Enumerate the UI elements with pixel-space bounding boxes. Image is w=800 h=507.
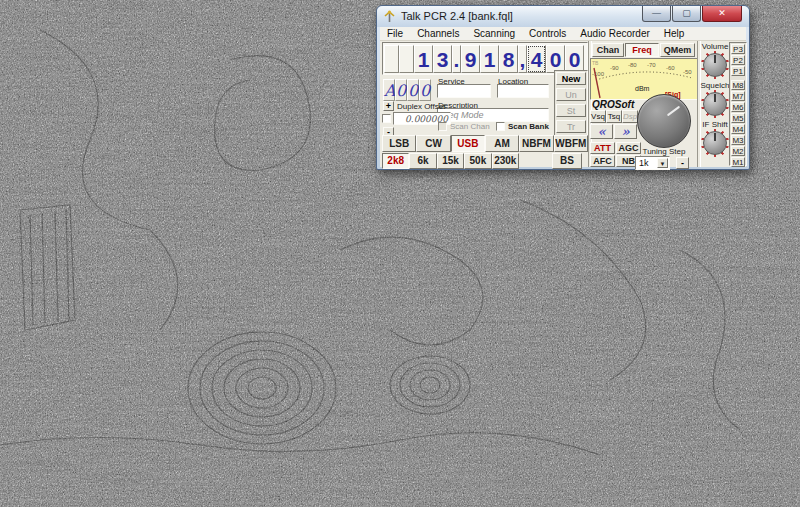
mode-am-button[interactable]: AM: [485, 135, 519, 152]
tab-qmem[interactable]: QMem: [660, 43, 695, 57]
meter-tick: -90: [610, 65, 619, 71]
memory-m1-button[interactable]: M1: [731, 157, 745, 167]
filter-2k8-button[interactable]: 2k8: [382, 153, 409, 169]
freq-digit[interactable]: 8: [499, 45, 518, 73]
meter-tick: -60: [666, 65, 675, 71]
tuning-knob[interactable]: [637, 94, 691, 148]
freq-digit[interactable]: [384, 45, 399, 73]
menu-file[interactable]: File: [380, 27, 410, 40]
memory-cell[interactable]: 0: [407, 79, 419, 101]
preset-p2-button[interactable]: P2: [731, 55, 745, 65]
preset-p3-button[interactable]: P3: [731, 44, 745, 54]
knob-indicator: [714, 55, 716, 63]
filter-15k-button[interactable]: 15k: [437, 153, 464, 169]
title-bar[interactable]: Talk PCR 2.4 [bank.fql] — ▢ ✕: [377, 6, 749, 27]
filter-50k-button[interactable]: 50k: [464, 153, 491, 169]
menu-channels[interactable]: Channels: [410, 27, 466, 40]
menu-bar: FileChannelsScanningControlsAudio Record…: [380, 27, 746, 41]
step-down-icon[interactable]: «: [590, 124, 613, 139]
if-shift-knob[interactable]: [701, 129, 729, 157]
tab-chan[interactable]: Chan: [592, 43, 624, 57]
meter-tick: -50: [683, 69, 692, 75]
minimize-icon[interactable]: —: [642, 6, 671, 22]
freq-separator: ,: [518, 45, 527, 73]
tsq-button[interactable]: Tsq: [606, 110, 622, 123]
menu-scanning[interactable]: Scanning: [466, 27, 522, 40]
service-input[interactable]: [437, 84, 491, 98]
dsp-button[interactable]: Dsp: [622, 110, 638, 123]
vsq-button[interactable]: Vsq: [590, 110, 606, 123]
close-icon[interactable]: ✕: [702, 6, 742, 22]
memory-m6-button[interactable]: M6: [731, 102, 745, 112]
memory-cell[interactable]: A: [383, 79, 395, 101]
menu-audio-recorder[interactable]: Audio Recorder: [573, 27, 656, 40]
filter-6k-button[interactable]: 6k: [409, 153, 436, 169]
duplex-checkbox[interactable]: [382, 114, 391, 123]
app-window: Talk PCR 2.4 [bank.fql] — ▢ ✕ FileChanne…: [376, 5, 750, 170]
memory-m7-button[interactable]: M7: [731, 91, 745, 101]
chevron-down-icon[interactable]: ▼: [657, 158, 668, 168]
freq-digit[interactable]: [399, 45, 414, 73]
memory-m4-button[interactable]: M4: [731, 124, 745, 134]
filter-230k-button[interactable]: 230k: [492, 153, 519, 169]
scan-chan-checkbox[interactable]: [438, 122, 447, 131]
location-input[interactable]: [497, 84, 549, 98]
memory-m3-button[interactable]: M3: [731, 135, 745, 145]
freq-separator: .: [452, 45, 461, 73]
memory-cell[interactable]: 0: [395, 79, 407, 101]
tuning-step-minus-button[interactable]: -: [676, 157, 689, 169]
freq-digit[interactable]: 1: [480, 45, 499, 73]
afc-button[interactable]: AFC: [590, 155, 615, 167]
mode-usb-button[interactable]: USB: [451, 135, 485, 152]
window-title: Talk PCR 2.4 [bank.fql]: [401, 10, 513, 22]
mode-cw-button[interactable]: CW: [416, 135, 450, 152]
memory-m5-button[interactable]: M5: [731, 113, 745, 123]
mode-lsb-button[interactable]: LSB: [382, 135, 416, 152]
freq-digit[interactable]: 9: [461, 45, 480, 73]
client-area: 1 3 . 9 1 8 , 4 0 0 A 0 0 0 Service Loca…: [380, 41, 746, 167]
menu-controls[interactable]: Controls: [522, 27, 573, 40]
menu-help[interactable]: Help: [657, 27, 692, 40]
duplex-offset-label: Duplex Offset: [397, 102, 445, 111]
signal-meter: TB -100 -90 -80 -70 -60 -50 dBm [Sig]: [590, 58, 698, 100]
scan-bank-label: Scan Bank: [508, 122, 549, 131]
un-button[interactable]: Un: [556, 88, 586, 101]
scan-chan-label: Scan Chan: [450, 122, 490, 131]
freq-digit[interactable]: 4: [527, 45, 546, 73]
knob-indicator: [667, 106, 680, 116]
tab-freq[interactable]: Freq: [625, 43, 659, 57]
duplex-plus-button[interactable]: +: [383, 101, 394, 111]
att-button[interactable]: ATT: [590, 142, 615, 154]
meter-tick: -100: [592, 71, 605, 77]
memory-m8-button[interactable]: M8: [731, 80, 745, 90]
freq-digit[interactable]: 3: [433, 45, 452, 73]
squelch-mode-row: Vsq Tsq Dsp: [590, 110, 638, 123]
step-up-icon[interactable]: »: [614, 124, 637, 139]
preset-p1-button[interactable]: P1: [731, 66, 745, 76]
app-icon: [383, 10, 396, 23]
filter-bs-button[interactable]: BS: [552, 153, 582, 169]
new-button[interactable]: New: [556, 72, 586, 85]
meter-corner-label: TB: [592, 60, 599, 66]
freq-digit[interactable]: 0: [546, 45, 565, 73]
description-input[interactable]: [437, 108, 549, 122]
tuning-step-select[interactable]: 1k ▼: [635, 156, 670, 170]
tuning-step-value: 1k: [639, 158, 649, 168]
st-button[interactable]: St: [556, 104, 586, 117]
brand-label: QROSoft: [592, 99, 634, 110]
memory-cell[interactable]: 0: [419, 79, 431, 101]
memory-m2-button[interactable]: M2: [731, 146, 745, 156]
volume-knob[interactable]: [701, 51, 729, 79]
knob-indicator: [714, 94, 716, 102]
maximize-icon[interactable]: ▢: [672, 6, 701, 22]
mode-nbfm-button[interactable]: NBFM: [519, 135, 553, 152]
filter-button-row: 2k8 6k 15k 50k 230k: [382, 153, 519, 169]
meter-tick: -80: [628, 62, 637, 68]
freq-digit[interactable]: 1: [414, 45, 433, 73]
freq-digit[interactable]: 0: [565, 45, 584, 73]
tr-button[interactable]: Tr: [556, 120, 586, 133]
meter-unit-label: dBm: [635, 85, 650, 92]
squelch-knob[interactable]: [701, 90, 729, 118]
scan-bank-checkbox[interactable]: [496, 122, 505, 131]
mode-wbfm-button[interactable]: WBFM: [554, 135, 588, 152]
